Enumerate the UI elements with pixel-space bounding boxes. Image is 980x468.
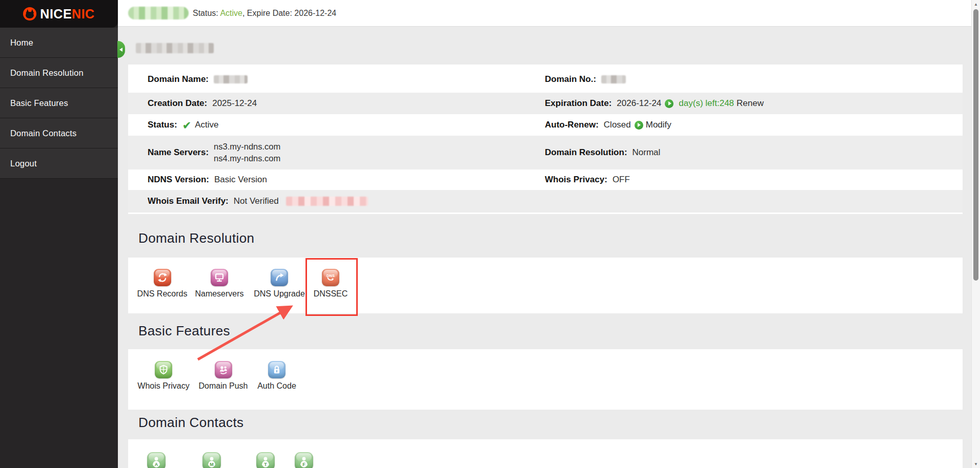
green-arrow-icon — [665, 99, 673, 108]
sidebar-item-domain-contacts[interactable]: Domain Contacts — [0, 118, 118, 148]
topbar: Status: Active, Expire Date: 2026-12-24 — [118, 0, 980, 27]
auto-renew-label: Auto-Renew: — [545, 120, 599, 130]
whois-privacy-label: Whois Privacy: — [545, 175, 607, 185]
contact-item-2[interactable]: M — [201, 452, 222, 468]
domain-resolution-card: DNS Records Nameservers DNS Upgrade — [128, 258, 963, 313]
scroll-down-button[interactable]: ▼ — [972, 460, 980, 468]
sidebar-menu: Home Domain Resolution Basic Features Do… — [0, 28, 118, 179]
contact-person-icon: A — [147, 452, 166, 468]
nameservers-item[interactable]: Nameservers — [194, 269, 245, 299]
domain-name-label: Domain Name: — [148, 74, 209, 84]
sidebar-footer-area — [0, 179, 118, 468]
redacted-domain-pill — [128, 7, 189, 19]
contact-person-icon: T — [256, 452, 275, 468]
ndns-version-value: Basic Version — [214, 175, 267, 185]
green-arrow-icon — [635, 121, 643, 130]
info-row-version: NDNS Version:Basic Version Whois Privacy… — [128, 169, 963, 190]
ndns-version-label: NDNS Version: — [148, 175, 209, 185]
whois-privacy-value: OFF — [612, 175, 630, 185]
info-row-nameservers: Name Servers: ns3.my-ndns.com ns4.my-ndn… — [128, 136, 963, 169]
basic-features-card: Whois Privacy Domain Push — [128, 349, 963, 410]
status-row-label: Status: — [148, 120, 177, 130]
dnssec-item[interactable]: DNS DNSSEC — [310, 269, 351, 299]
scrollbar-thumb[interactable] — [973, 9, 978, 281]
sidebar-item-domain-resolution[interactable]: Domain Resolution — [0, 58, 118, 88]
domain-contacts-card: A M T — [128, 439, 963, 468]
contact-badge: F — [301, 461, 308, 467]
creation-date-label: Creation Date: — [148, 98, 207, 109]
domain-push-label: Domain Push — [198, 381, 248, 391]
domain-push-item[interactable]: Domain Push — [196, 361, 250, 391]
nameservers-icon — [211, 269, 228, 286]
auth-code-icon — [268, 361, 285, 378]
nameservers-label: Nameservers — [195, 289, 243, 299]
domain-info-card: Domain Name: Domain No.: Creation Date:2… — [128, 65, 963, 214]
redacted-page-title — [136, 43, 214, 53]
dns-upgrade-label: DNS Upgrade — [254, 289, 305, 299]
sidebar-collapse-button[interactable] — [117, 41, 125, 58]
dns-records-item[interactable]: DNS Records — [135, 269, 189, 299]
section-title-domain-contacts: Domain Contacts — [138, 415, 243, 431]
modify-link[interactable]: Modify — [646, 120, 671, 130]
whois-email-verify-label: Whois Email Verify: — [148, 196, 229, 206]
info-row-domain-name: Domain Name: Domain No.: — [128, 66, 963, 93]
status-row-value: Active — [195, 120, 218, 130]
sidebar-item-basic-features[interactable]: Basic Features — [0, 88, 118, 118]
domain-resolution-label: Domain Resolution: — [545, 147, 627, 158]
sidebar: NICENIC Home Domain Resolution Basic Fea… — [0, 0, 118, 468]
contact-badge: A — [153, 461, 160, 467]
brand-logo-icon — [23, 7, 36, 20]
status-value: Active — [220, 9, 242, 17]
contact-person-icon: M — [202, 452, 221, 468]
redacted-email — [286, 197, 368, 206]
whois-privacy-item[interactable]: Whois Privacy — [136, 361, 191, 391]
scroll-up-button[interactable]: ▲ — [972, 0, 980, 8]
auth-code-item[interactable]: Auth Code — [254, 361, 300, 391]
section-title-domain-resolution: Domain Resolution — [138, 230, 254, 246]
expire-text: , Expire Date: 2026-12-24 — [242, 9, 336, 17]
dns-records-label: DNS Records — [137, 289, 188, 299]
green-check-icon: ✔ — [182, 120, 192, 131]
brand-logo-text: NICENIC — [40, 7, 94, 22]
expiration-date-value: 2026-12-24 — [617, 98, 661, 109]
contact-badge: T — [262, 461, 269, 467]
info-row-dates: Creation Date:2025-12-24 Expiration Date… — [128, 93, 963, 114]
sidebar-item-home[interactable]: Home — [0, 28, 118, 58]
domain-resolution-value: Normal — [632, 147, 661, 158]
vertical-scrollbar: ▲ ▼ — [971, 0, 980, 468]
auto-renew-value: Closed — [604, 120, 631, 130]
name-servers-values: ns3.my-ndns.com ns4.my-ndns.com — [214, 141, 280, 164]
dns-records-icon — [154, 269, 171, 286]
domain-no-label: Domain No.: — [545, 74, 596, 84]
section-title-basic-features: Basic Features — [138, 323, 230, 339]
whois-privacy-icon — [155, 361, 172, 378]
contact-person-icon: F — [295, 452, 313, 468]
renew-link[interactable]: Renew — [737, 98, 764, 109]
redacted-domain-name-value — [214, 75, 248, 83]
dns-upgrade-icon — [271, 269, 288, 286]
name-server-2: ns4.my-ndns.com — [214, 153, 280, 164]
dns-upgrade-item[interactable]: DNS Upgrade — [251, 269, 308, 299]
dnssec-icon: DNS — [322, 269, 339, 286]
auth-code-label: Auth Code — [257, 381, 296, 391]
domain-manager-page: Status: Active, Expire Date: 2026-12-24 … — [0, 0, 980, 468]
chevron-left-icon — [119, 48, 122, 52]
name-servers-label: Name Servers: — [148, 147, 209, 158]
topbar-status-text: Status: Active, Expire Date: 2026-12-24 — [193, 9, 336, 18]
contact-item-admin[interactable]: A — [146, 452, 167, 468]
info-row-email-verify: Whois Email Verify:Not Verified — [128, 190, 963, 212]
whois-email-verify-value: Not Verified — [234, 196, 279, 206]
info-row-status: Status:✔Active Auto-Renew: Closed Modify — [128, 114, 963, 136]
contact-badge: M — [209, 461, 215, 467]
name-server-1: ns3.my-ndns.com — [214, 141, 280, 153]
redacted-domain-no-value — [601, 75, 626, 83]
days-left-text: day(s) left:248 — [679, 98, 734, 109]
expiration-date-label: Expiration Date: — [545, 98, 611, 109]
contact-item-4[interactable]: F — [293, 452, 315, 468]
sidebar-item-logout[interactable]: Logout — [0, 148, 118, 179]
creation-date-value: 2025-12-24 — [212, 98, 257, 109]
contact-item-tech[interactable]: T — [255, 452, 276, 468]
brand-logo[interactable]: NICENIC — [0, 0, 118, 28]
domain-push-icon — [215, 361, 232, 378]
dnssec-label: DNSSEC — [314, 289, 348, 299]
